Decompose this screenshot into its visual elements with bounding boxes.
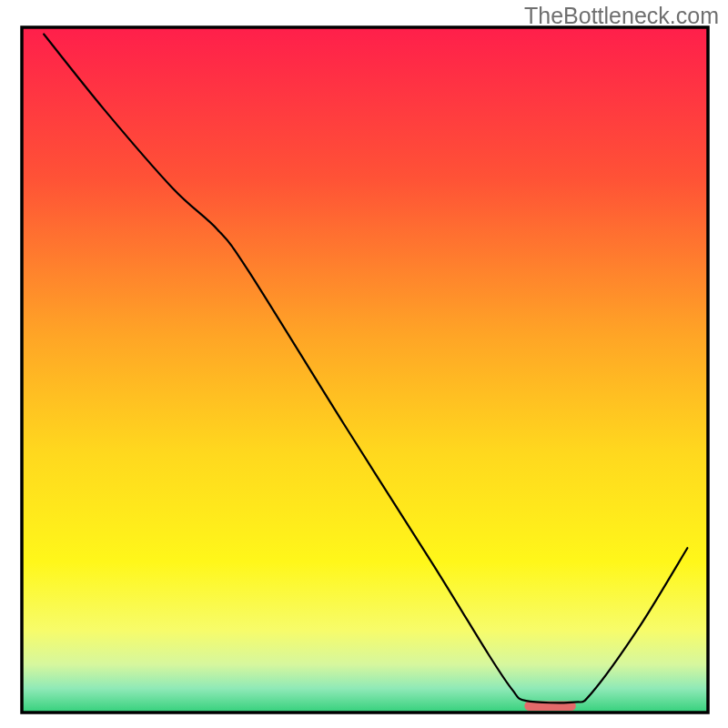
chart-container: TheBottleneck.com bbox=[0, 0, 728, 728]
bottleneck-chart bbox=[0, 0, 728, 728]
watermark-text: TheBottleneck.com bbox=[524, 3, 719, 29]
chart-background bbox=[22, 27, 708, 713]
